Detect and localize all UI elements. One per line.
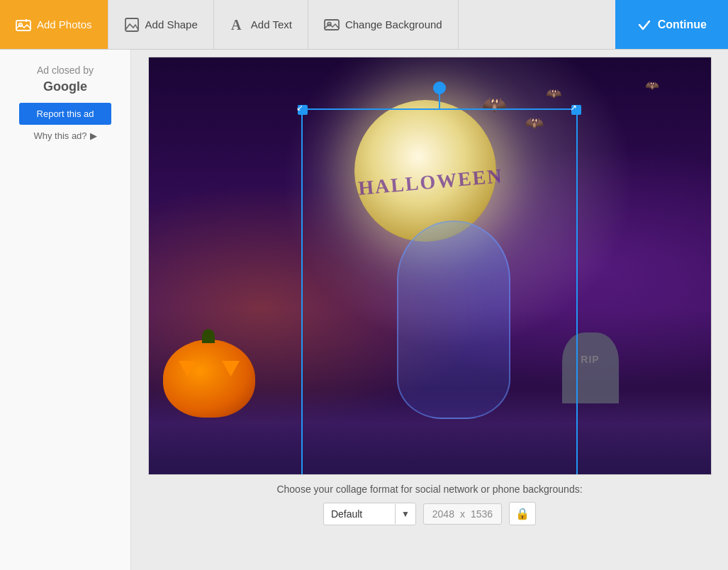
lock-icon[interactable]: 🔒	[509, 502, 536, 525]
continue-button[interactable]: Continue	[615, 0, 728, 49]
report-ad-button[interactable]: Report this ad	[19, 103, 111, 125]
format-select-arrow-icon[interactable]: ▼	[395, 504, 415, 524]
toolbar: Add Photos Add Shape A Add Text Change B…	[0, 0, 728, 50]
canvas-area: 🦇 🦇 🦇 🦇 HALLOWEEN ↙ ↗	[131, 50, 728, 570]
change-background-icon	[324, 17, 340, 33]
checkmark-icon	[637, 17, 652, 33]
width-value: 2048	[432, 508, 454, 520]
add-shape-button[interactable]: Add Shape	[108, 0, 214, 49]
add-text-label: Add Text	[251, 18, 292, 30]
bat-4: 🦇	[645, 79, 659, 92]
add-shape-icon	[124, 17, 140, 33]
change-background-label: Change Background	[345, 18, 442, 30]
continue-label: Continue	[658, 18, 707, 31]
pumpkin-eye-left	[179, 361, 196, 376]
ad-closed-text: Ad closed by Google	[37, 64, 94, 96]
pumpkin-eye-right	[222, 361, 240, 376]
add-shape-label: Add Shape	[145, 18, 198, 30]
svg-text:A: A	[231, 17, 242, 33]
report-ad-label: Report this ad	[37, 108, 94, 119]
x-separator: x	[460, 508, 465, 520]
change-background-button[interactable]: Change Background	[308, 0, 459, 49]
left-sidebar: Ad closed by Google Report this ad Why t…	[0, 50, 131, 570]
format-select[interactable]: Default Instagram Facebook Twitter Phone	[324, 503, 395, 525]
choose-format-label: Choose your collage format for social ne…	[276, 484, 582, 495]
why-this-ad-link[interactable]: Why this ad? ▶	[33, 130, 96, 141]
add-photos-label: Add Photos	[37, 18, 92, 30]
bottom-bar: Choose your collage format for social ne…	[276, 484, 582, 525]
why-this-ad-label: Why this ad?	[33, 130, 86, 141]
bat-1: 🦇	[482, 93, 507, 116]
format-row: Default Instagram Facebook Twitter Phone…	[323, 502, 536, 525]
add-photos-icon	[16, 17, 31, 33]
portal-glow	[397, 220, 510, 419]
svg-rect-4	[125, 18, 138, 31]
ad-closed-line1: Ad closed by	[37, 65, 94, 76]
add-photos-button[interactable]: Add Photos	[0, 0, 108, 49]
svg-rect-6	[325, 20, 339, 30]
bat-2: 🦇	[525, 114, 544, 133]
height-value: 1536	[471, 508, 493, 520]
canvas-container[interactable]: 🦇 🦇 🦇 🦇 HALLOWEEN ↙ ↗	[148, 57, 712, 475]
dimensions-box: 2048 x 1536	[423, 503, 502, 525]
format-select-wrap[interactable]: Default Instagram Facebook Twitter Phone…	[323, 503, 416, 525]
add-text-button[interactable]: A Add Text	[214, 0, 308, 49]
ad-closed-google: Google	[43, 79, 87, 94]
bat-3: 🦇	[546, 86, 561, 101]
pumpkin-decoration	[163, 340, 255, 418]
add-text-icon: A	[230, 17, 245, 33]
main-layout: Ad closed by Google Report this ad Why t…	[0, 50, 728, 570]
grave-decoration	[562, 332, 619, 403]
play-icon: ▶	[90, 130, 97, 141]
